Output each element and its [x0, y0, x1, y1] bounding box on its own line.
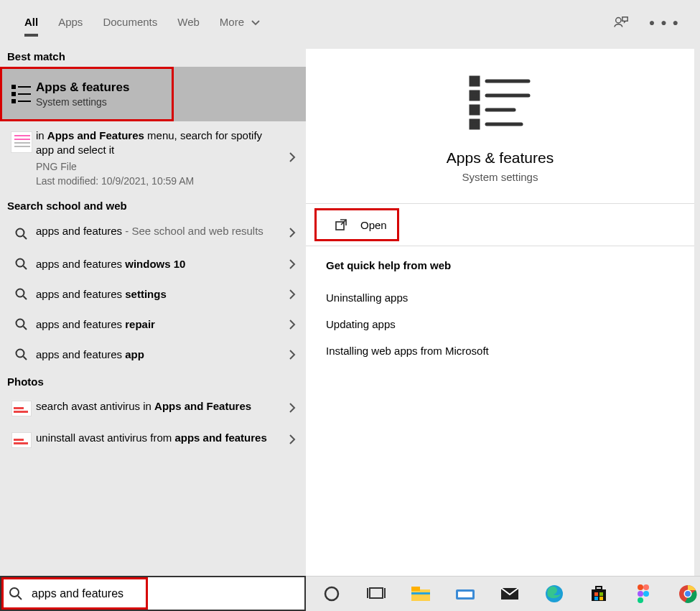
photo-thumbnail-icon [7, 431, 36, 448]
svg-point-11 [17, 289, 24, 297]
keyboard-app-icon[interactable] [454, 582, 477, 605]
search-box[interactable] [0, 576, 306, 611]
chevron-right-icon [289, 319, 296, 330]
open-button[interactable]: Open [314, 208, 399, 241]
search-icon [7, 318, 36, 331]
photo-result[interactable]: search avast antivirus in Apps and Featu… [0, 392, 306, 424]
svg-rect-2 [12, 93, 15, 95]
preview-pane: Apps & features System settings Open Get… [306, 49, 694, 576]
best-match-title: Apps & features [36, 80, 129, 95]
svg-rect-40 [596, 587, 602, 589]
svg-rect-29 [370, 588, 383, 598]
best-match-subtitle: System settings [36, 96, 129, 108]
help-link[interactable]: Installing web apps from Microsoft [326, 337, 674, 364]
svg-line-16 [24, 356, 27, 360]
help-header: Get quick help from web [326, 259, 674, 271]
photo-result-title: search avast antivirus in Apps and Featu… [36, 399, 279, 414]
svg-point-28 [325, 587, 338, 600]
preview-title: Apps & features [447, 149, 554, 167]
web-result[interactable]: apps and features windows 10 [0, 249, 306, 279]
feedback-icon[interactable] [613, 14, 629, 30]
best-match-result[interactable]: Apps & features System settings [0, 67, 306, 121]
cortana-icon[interactable] [320, 582, 343, 605]
svg-point-0 [616, 18, 621, 23]
svg-rect-17 [471, 78, 478, 85]
figma-icon[interactable] [632, 582, 655, 605]
chrome-browser-icon[interactable] [676, 582, 699, 605]
svg-point-52 [685, 591, 691, 597]
help-link[interactable]: Uninstalling apps [326, 284, 674, 311]
svg-point-45 [638, 584, 643, 590]
microsoft-store-icon[interactable] [587, 582, 610, 605]
chevron-right-icon [289, 402, 296, 414]
preview-subtitle: System settings [462, 171, 538, 183]
search-input[interactable] [30, 587, 297, 601]
divider [306, 203, 694, 204]
tab-more[interactable]: More [210, 3, 270, 42]
search-icon [7, 348, 36, 361]
photo-thumbnail-icon [7, 399, 36, 416]
svg-rect-33 [411, 587, 420, 591]
svg-point-9 [17, 258, 24, 266]
open-icon [335, 218, 347, 231]
tab-apps[interactable]: Apps [48, 3, 93, 42]
svg-line-14 [24, 326, 27, 330]
edge-browser-icon[interactable] [543, 582, 566, 605]
help-link[interactable]: Updating apps [326, 311, 674, 337]
apps-features-icon [7, 83, 36, 105]
svg-rect-39 [592, 589, 606, 601]
web-result[interactable]: apps and features - See school and web r… [0, 216, 306, 249]
web-result-text: apps and features repair [36, 318, 299, 330]
file-result-title: in Apps and Features menu, search for sp… [36, 129, 279, 158]
svg-rect-3 [12, 100, 15, 103]
chevron-right-icon [289, 151, 296, 163]
photo-result[interactable]: uninstall avast antivirus from apps and … [0, 424, 306, 455]
svg-rect-36 [458, 592, 472, 597]
tab-all[interactable]: All [14, 3, 48, 42]
svg-line-12 [24, 296, 27, 299]
svg-point-47 [638, 591, 643, 597]
web-result[interactable]: apps and features app [0, 340, 306, 370]
svg-rect-34 [411, 592, 430, 594]
web-result[interactable]: apps and features settings [0, 279, 306, 309]
task-view-icon[interactable] [365, 582, 388, 605]
apps-features-large-icon [468, 75, 533, 132]
results-pane: Best match Apps & features System settin [0, 45, 306, 576]
tab-web[interactable]: Web [167, 3, 210, 42]
web-result-text: apps and features settings [36, 288, 299, 300]
web-result-text: apps and features - See school and web r… [36, 225, 299, 237]
file-result-modified: Last modified: 10/9/2021, 10:59 AM [36, 175, 279, 187]
file-result[interactable]: in Apps and Features menu, search for sp… [0, 121, 306, 194]
svg-rect-44 [599, 597, 603, 600]
section-photos: Photos [0, 370, 306, 392]
section-best-match: Best match [0, 45, 306, 67]
svg-rect-32 [411, 589, 430, 601]
svg-line-27 [18, 596, 22, 600]
svg-rect-1 [12, 85, 15, 88]
open-label: Open [360, 219, 387, 231]
taskbar [306, 576, 700, 611]
svg-point-26 [10, 588, 19, 597]
svg-point-13 [17, 319, 24, 327]
svg-line-10 [24, 266, 27, 269]
file-explorer-icon[interactable] [409, 582, 432, 605]
png-thumbnail-icon [7, 129, 36, 153]
section-search-web: Search school and web [0, 194, 306, 216]
svg-rect-19 [471, 106, 478, 113]
photo-result-title: uninstall avast antivirus from apps and … [36, 431, 279, 445]
svg-point-48 [643, 591, 649, 597]
chevron-right-icon [289, 434, 296, 445]
web-result[interactable]: apps and features repair [0, 309, 306, 340]
more-options-icon[interactable]: ● ● ● [649, 17, 680, 28]
chevron-right-icon [289, 258, 296, 270]
mail-icon[interactable] [498, 582, 521, 605]
search-icon [7, 225, 36, 241]
svg-line-8 [24, 235, 27, 239]
web-result-text: apps and features windows 10 [36, 258, 299, 270]
chevron-right-icon [289, 349, 296, 360]
file-result-type: PNG File [36, 161, 279, 172]
search-icon [7, 288, 36, 301]
tab-more-label: More [220, 16, 244, 28]
tab-documents[interactable]: Documents [93, 3, 167, 42]
svg-point-7 [17, 228, 24, 236]
